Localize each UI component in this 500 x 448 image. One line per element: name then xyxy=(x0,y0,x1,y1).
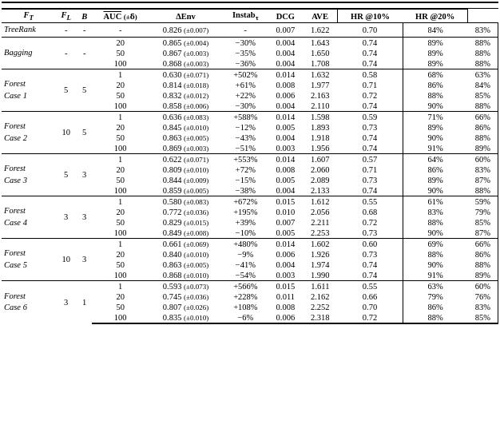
hr20-value: 83% xyxy=(468,302,498,312)
hr10-value: 64% xyxy=(403,153,468,165)
hr20-value: 88% xyxy=(468,58,498,69)
hr20-value: 88% xyxy=(468,260,498,270)
deltaenv-value: −38% xyxy=(223,185,268,196)
hr20-value: 87% xyxy=(468,228,498,239)
auc-value: 0.868 (±0.003) xyxy=(149,58,223,69)
auc-value: 0.845 (±0.010) xyxy=(149,122,223,133)
deltaenv-value: −12% xyxy=(223,122,268,133)
auc-value: 0.863 (±0.005) xyxy=(149,133,223,143)
deltaenv-value: +72% xyxy=(223,165,268,175)
instab-value: 0.006 xyxy=(268,312,303,323)
header-auc: AUC (±δ̄) xyxy=(92,10,149,23)
dcg-value: 1.956 xyxy=(303,143,337,154)
deltaenv-value: −35% xyxy=(223,48,268,58)
b-value: 100 xyxy=(92,143,149,154)
hr20-value: 66% xyxy=(468,111,498,122)
instab-value: 0.008 xyxy=(268,80,303,90)
dcg-value: 2.133 xyxy=(303,185,337,196)
auc-value: 0.745 (±0.036) xyxy=(149,291,223,302)
hr20-value: 85% xyxy=(468,90,498,101)
results-table: FT FL B AUC (±δ̄) ΔEnv Instabτ DCG AVE H… xyxy=(2,9,498,324)
auc-value: 0.832 (±0.012) xyxy=(149,90,223,101)
table-title xyxy=(2,2,498,9)
b-value: 20 xyxy=(92,249,149,260)
row-label: Bagging xyxy=(2,37,55,69)
ave-value: 0.57 xyxy=(338,153,403,165)
hr20-value: 84% xyxy=(468,80,498,90)
deltaenv-value: +61% xyxy=(223,80,268,90)
dcg-value: 1.598 xyxy=(303,111,337,122)
table-row: ForestCase 35310.622 (±0.071)+553%0.0141… xyxy=(2,153,498,165)
dcg-value: 1.893 xyxy=(303,122,337,133)
hr20-value: 87% xyxy=(468,175,498,185)
ave-value: 0.66 xyxy=(338,291,403,302)
column-headers: FT FL B AUC (±δ̄) ΔEnv Instabτ DCG AVE H… xyxy=(2,10,498,23)
auc-value: 0.858 (±0.006) xyxy=(149,101,223,112)
ave-value: 0.70 xyxy=(338,302,403,312)
auc-value: 0.865 (±0.004) xyxy=(149,37,223,48)
ave-value: 0.70 xyxy=(338,23,403,38)
hr20-value: 60% xyxy=(468,280,498,291)
deltaenv-value: −43% xyxy=(223,133,268,143)
b-value: 50 xyxy=(92,133,149,143)
deltaenv-value: −36% xyxy=(223,58,268,69)
hr10-value: 86% xyxy=(403,165,468,175)
b-value: 100 xyxy=(92,270,149,281)
hr20-value: 60% xyxy=(468,153,498,165)
fl-value: 3 xyxy=(77,153,92,196)
hr20-value: 86% xyxy=(468,249,498,260)
hr20-value: 83% xyxy=(468,23,498,38)
dcg-value: 1.650 xyxy=(303,48,337,58)
b-value: 100 xyxy=(92,101,149,112)
ft-value: 10 xyxy=(55,111,77,153)
hr20-value: 85% xyxy=(468,312,498,323)
hr20-value: 89% xyxy=(468,270,498,281)
deltaenv-value: +672% xyxy=(223,196,268,207)
dcg-value: 1.918 xyxy=(303,133,337,143)
b-value: 20 xyxy=(92,165,149,175)
ave-value: 0.73 xyxy=(338,175,403,185)
instab-value: 0.014 xyxy=(268,111,303,122)
b-value: 1 xyxy=(92,153,149,165)
dcg-value: 1.708 xyxy=(303,58,337,69)
hr10-value: 89% xyxy=(403,175,468,185)
b-value: 50 xyxy=(92,302,149,312)
table-row: TreeRank---0.826 (±0.007)-0.0071.6220.70… xyxy=(2,23,498,38)
hr10-value: 90% xyxy=(403,185,468,196)
table-container: FT FL B AUC (±δ̄) ΔEnv Instabτ DCG AVE H… xyxy=(0,0,500,326)
ave-value: 0.59 xyxy=(338,111,403,122)
instab-value: 0.011 xyxy=(268,291,303,302)
hr10-value: 90% xyxy=(403,260,468,270)
dcg-value: 1.632 xyxy=(303,69,337,80)
ave-value: 0.74 xyxy=(338,270,403,281)
instab-value: 0.004 xyxy=(268,58,303,69)
b-value: 20 xyxy=(92,37,149,48)
row-label: ForestCase 4 xyxy=(2,196,55,238)
hr10-value: 89% xyxy=(403,122,468,133)
instab-value: 0.003 xyxy=(268,270,303,281)
instab-value: 0.014 xyxy=(268,238,303,249)
hr10-value: 90% xyxy=(403,101,468,112)
ave-value: 0.60 xyxy=(338,238,403,249)
header-fl: FL xyxy=(55,10,77,23)
ft-value: 5 xyxy=(55,69,77,111)
header-deltaenv: ΔEnv xyxy=(149,10,223,23)
header-dcg: DCG xyxy=(268,10,303,23)
hr10-value: 89% xyxy=(403,48,468,58)
deltaenv-value: +195% xyxy=(223,207,268,217)
ave-value: 0.74 xyxy=(338,260,403,270)
dcg-value: 2.089 xyxy=(303,175,337,185)
hr20-value: 83% xyxy=(468,165,498,175)
hr20-value: 79% xyxy=(468,207,498,217)
deltaenv-value: −30% xyxy=(223,37,268,48)
instab-value: 0.006 xyxy=(268,90,303,101)
hr10-value: 79% xyxy=(403,291,468,302)
ft-value: - xyxy=(55,23,77,38)
deltaenv-value: −10% xyxy=(223,228,268,239)
table-row: ForestCase 210510.636 (±0.083)+588%0.014… xyxy=(2,111,498,122)
deltaenv-value: +108% xyxy=(223,302,268,312)
hr10-value: 91% xyxy=(403,143,468,154)
hr20-value: 88% xyxy=(468,37,498,48)
table-row: ForestCase 43310.580 (±0.083)+672%0.0151… xyxy=(2,196,498,207)
hr10-value: 88% xyxy=(403,249,468,260)
